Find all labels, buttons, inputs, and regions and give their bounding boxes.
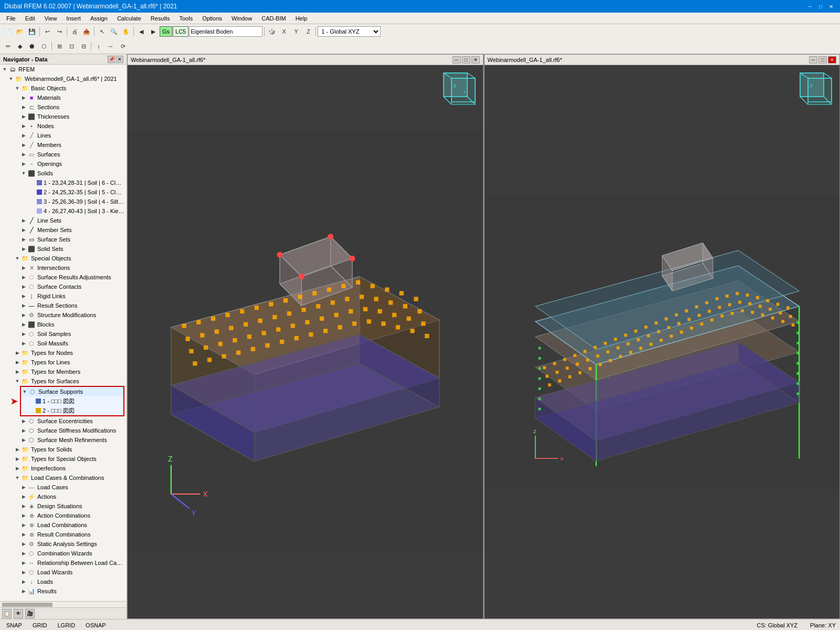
status-snap[interactable]: SNAP xyxy=(4,622,24,628)
toggle-lw[interactable]: ▶ xyxy=(20,568,27,577)
nav-close-btn[interactable]: ✕ xyxy=(116,56,123,63)
tb2-btn7[interactable]: ⊟ xyxy=(78,40,89,52)
toggle-lcc[interactable]: ▼ xyxy=(14,473,21,482)
tree-soil-massifs[interactable]: ▶ ⬡ Soil Massifs xyxy=(0,339,127,348)
orientation-cube-left[interactable]: -Y Y xyxy=(441,70,478,107)
tb2-btn2[interactable]: ◆ xyxy=(14,40,26,52)
toggle-sots[interactable]: ▶ xyxy=(20,244,27,254)
tree-surfsup-2[interactable]: 2 - □□□ 図図 xyxy=(21,406,123,415)
toggle-special[interactable]: ▼ xyxy=(14,254,21,263)
tree-types-solids[interactable]: ▶ 📁 Types for Solids xyxy=(0,445,127,454)
menu-item-tools[interactable]: Tools xyxy=(175,13,197,24)
coord-system-select[interactable]: 1 - Global XYZ xyxy=(318,26,381,37)
tree-surfsup-1[interactable]: 1 - □□□ 図図 xyxy=(21,396,123,406)
tree-load-cases[interactable]: ▶ — Load Cases xyxy=(0,482,127,492)
toggle-soil[interactable]: ▶ xyxy=(20,329,27,339)
lc-prev-btn[interactable]: ◀ xyxy=(135,26,147,37)
menu-item-help[interactable]: Help xyxy=(291,13,312,24)
tree-loads[interactable]: ▶ ↓ Loads xyxy=(0,577,127,586)
tree-solid-4[interactable]: 4 - 26,27,40-43 | Soil | 3 - Kies, tonig… xyxy=(0,206,127,216)
tree-members[interactable]: ▶ ╱ Members xyxy=(0,140,127,150)
menu-item-edit[interactable]: Edit xyxy=(21,13,39,24)
tree-types-members[interactable]: ▶ 📁 Types for Members xyxy=(0,367,127,376)
menu-item-calculate[interactable]: Calculate xyxy=(113,13,145,24)
toggle-sc[interactable]: ▶ xyxy=(20,282,27,291)
toggle-ts[interactable]: ▼ xyxy=(14,376,21,386)
viewxz-btn[interactable]: Z xyxy=(302,26,314,37)
vp-left-canvas[interactable]: -Y Y xyxy=(128,65,483,618)
toggle-blk[interactable]: ▶ xyxy=(20,320,27,329)
toggle-ss[interactable]: ▶ xyxy=(20,235,27,244)
tree-solids[interactable]: ▼ ⬛ Solids xyxy=(0,169,127,178)
vp-right-close[interactable]: ✕ xyxy=(828,56,836,64)
status-lgrid[interactable]: LGRID xyxy=(55,622,77,628)
status-grid[interactable]: GRID xyxy=(30,622,49,628)
nav-h-scrollbar[interactable] xyxy=(0,601,127,607)
toggle-soilm[interactable]: ▶ xyxy=(20,339,27,348)
tree-surface-contacts[interactable]: ▶ ⬡ Surface Contacts xyxy=(0,282,127,291)
vp-left-close[interactable]: ✕ xyxy=(471,56,480,64)
tree-types-special[interactable]: ▶ 📁 Types for Special Objects xyxy=(0,454,127,464)
tb2-btn3[interactable]: ⬟ xyxy=(26,40,38,52)
tb2-btn10[interactable]: ⟳ xyxy=(117,40,129,52)
toggle-sra[interactable]: ▶ xyxy=(20,272,27,282)
tree-sections[interactable]: ▶ ⊏ Sections xyxy=(0,102,127,112)
tree-intersections[interactable]: ▶ ✕ Intersections xyxy=(0,263,127,272)
tree-result-sections[interactable]: ▶ — Result Sections xyxy=(0,301,127,310)
tree-solid-3[interactable]: 3 - 25,26,36-39 | Soil | 4 - Silty sand,… xyxy=(0,197,127,206)
toggle-lcomb[interactable]: ▶ xyxy=(20,520,27,530)
tree-membersets[interactable]: ▶ ╱ Member Sets xyxy=(0,225,127,235)
menu-item-view[interactable]: View xyxy=(40,13,61,24)
toggle-sections[interactable]: ▶ xyxy=(20,102,27,112)
tree-comb-wizards[interactable]: ▶ ⬡ Combination Wizards xyxy=(0,549,127,558)
maximize-button[interactable]: □ xyxy=(816,2,825,10)
toggle-rlc[interactable]: ▶ xyxy=(20,558,27,568)
toggle-sst[interactable]: ▶ xyxy=(20,426,27,435)
tree-surf-stiff[interactable]: ▶ ⬡ Surface Stiffness Modifications xyxy=(0,426,127,435)
tree-lines[interactable]: ▶ ╱ Lines xyxy=(0,131,127,140)
toggle-sm[interactable]: ▶ xyxy=(20,310,27,320)
toggle-tm[interactable]: ▶ xyxy=(14,367,21,376)
tree-actions[interactable]: ▶ ⚡ Actions xyxy=(0,492,127,501)
new-btn[interactable]: 📄 xyxy=(2,26,14,37)
toggle-tl[interactable]: ▶ xyxy=(14,358,21,367)
tree-imperfections[interactable]: ▶ 📁 Imperfections xyxy=(0,464,127,473)
tree-surface-supports[interactable]: ▼ ⬡ Surface Supports xyxy=(21,387,123,396)
toggle-project[interactable]: ▼ xyxy=(7,74,15,83)
viewxy-btn[interactable]: X xyxy=(278,26,290,37)
vp-right-max[interactable]: □ xyxy=(818,56,827,64)
toggle-solids[interactable]: ▼ xyxy=(20,169,27,178)
toggle-rfem[interactable]: ▼ xyxy=(1,65,8,74)
toggle-openings[interactable]: ▶ xyxy=(20,159,27,169)
tree-solid-2[interactable]: 2 - 24,25,32-35 | Soil | 5 - Clay, inorg… xyxy=(0,187,127,197)
tree-openings[interactable]: ▶ ▫ Openings xyxy=(0,159,127,169)
load-case-input[interactable] xyxy=(189,26,262,37)
status-osnap[interactable]: OSNAP xyxy=(83,622,108,628)
nav-tab-display[interactable]: 👁 xyxy=(14,609,23,618)
tree-surfacesets[interactable]: ▶ ▭ Surface Sets xyxy=(0,235,127,244)
tree-rel-load-cases[interactable]: ▶ ↔ Relationship Between Load Cases xyxy=(0,558,127,568)
nav-tab-data[interactable]: 📋 xyxy=(2,609,12,618)
vp-left-min[interactable]: ─ xyxy=(453,56,461,64)
vp-left-max[interactable]: □ xyxy=(462,56,470,64)
menu-item-file[interactable]: File xyxy=(2,13,20,24)
menu-item-assign[interactable]: Assign xyxy=(86,13,112,24)
viewport-right[interactable]: Webinarmodell_GA-1_all.rf6* ─ □ ✕ xyxy=(484,54,841,619)
toggle-surfsup[interactable]: ▼ xyxy=(21,387,28,396)
save-btn[interactable]: 💾 xyxy=(26,26,38,37)
tree-basic-objects[interactable]: ▼ 📁 Basic Objects xyxy=(0,83,127,93)
tb2-btn9[interactable]: ↔ xyxy=(105,40,117,52)
toggle-materials[interactable]: ▶ xyxy=(20,93,27,102)
tree-result-comb[interactable]: ▶ ⊕ Result Combinations xyxy=(0,530,127,539)
tree-struct-mods[interactable]: ▶ ⚙ Structure Modifications xyxy=(0,310,127,320)
toggle-ls[interactable]: ▶ xyxy=(20,216,27,225)
tree-types-nodes[interactable]: ▶ 📁 Types for Nodes xyxy=(0,348,127,358)
toggle-ms[interactable]: ▶ xyxy=(20,225,27,235)
nav-tab-view[interactable]: 🎥 xyxy=(25,609,35,618)
toggle-se[interactable]: ▶ xyxy=(20,416,27,426)
tb2-btn8[interactable]: ↕ xyxy=(93,40,104,52)
tree-project-root[interactable]: ▼ 📁 Webinarmodell_GA-1_all.rf6* | 2021 xyxy=(0,74,127,83)
toggle-loads[interactable]: ▶ xyxy=(20,577,27,586)
tree-blocks[interactable]: ▶ ⬛ Blocks xyxy=(0,320,127,329)
vp-right-min[interactable]: ─ xyxy=(809,56,817,64)
